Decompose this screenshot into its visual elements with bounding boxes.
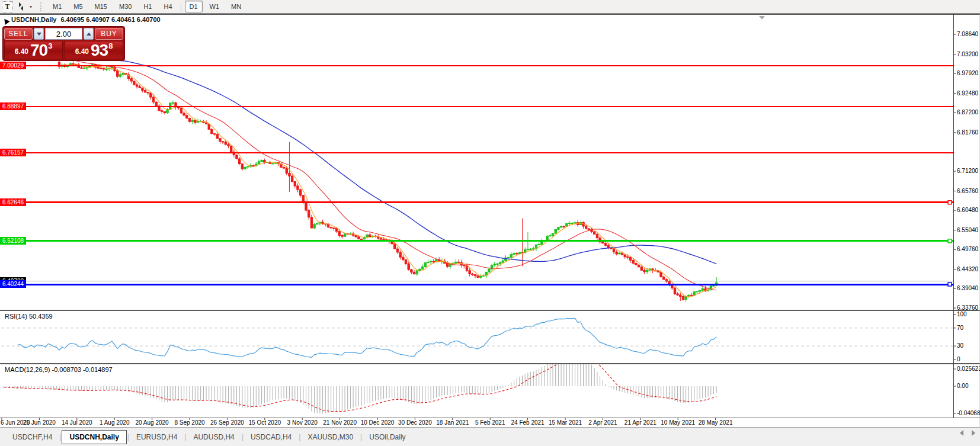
tab-scroll-left-icon[interactable] [960, 430, 963, 436]
candle-body [239, 159, 241, 163]
candle-body [225, 142, 226, 145]
sell-button[interactable]: SELL [4, 28, 33, 40]
candle-body [447, 264, 449, 267]
candle-body [457, 262, 459, 262]
candle-body [338, 232, 340, 236]
line-handle[interactable] [948, 283, 952, 286]
candle-body [546, 236, 548, 240]
candle-body [713, 285, 715, 286]
chart-ohlc-values: 6.40695 6.40907 6.40461 6.40700 [60, 16, 160, 23]
candle-body [469, 271, 470, 274]
candle-body [549, 236, 551, 236]
candle-body [117, 70, 119, 76]
candle-body [358, 237, 360, 239]
candle-body [247, 166, 249, 167]
candle-body [527, 249, 529, 250]
candle-body [308, 210, 310, 217]
text-tool-button[interactable]: T [2, 1, 13, 12]
candle-body [629, 257, 631, 260]
timeframe-button-h4[interactable]: H4 [159, 1, 177, 12]
chart-tab-usdcad[interactable]: USDCAD,H4 [244, 431, 298, 444]
buy-price-point: 8 [108, 41, 113, 50]
chart-canvas[interactable] [0, 0, 980, 446]
chart-shift-marker[interactable] [759, 16, 765, 20]
candle-body [399, 252, 401, 257]
line-handle[interactable] [1, 239, 5, 243]
rsi-pane[interactable] [1, 318, 953, 357]
candle-body [602, 242, 604, 243]
price-pane[interactable] [58, 60, 718, 302]
candle-body [383, 239, 385, 240]
tab-scroll-right-icon[interactable] [972, 430, 975, 436]
timeframe-button-m15[interactable]: M15 [90, 1, 112, 12]
timeframe-button-m1[interactable]: M1 [48, 1, 66, 12]
candle-body [682, 297, 684, 300]
candle-body [396, 249, 398, 252]
candle-body [152, 97, 154, 102]
sell-price-button[interactable]: 6.40 70 3 [4, 41, 63, 59]
candle-body [188, 118, 190, 122]
candle-body [147, 92, 149, 93]
chart-tab-usdchf[interactable]: USDCHF,H4 [6, 431, 59, 444]
arrow-nw-icon [17, 2, 21, 7]
macd-pane[interactable] [4, 353, 716, 413]
timeframe-button-m30[interactable]: M30 [114, 1, 136, 12]
candle-body [244, 167, 246, 169]
candle-body [236, 155, 238, 159]
candle-body [585, 226, 587, 229]
candle-body [164, 111, 165, 113]
timeframe-button-mn[interactable]: MN [226, 1, 246, 12]
buy-price-button[interactable]: 6.40 93 8 [65, 41, 123, 59]
candle-body [180, 108, 182, 113]
candle-body [291, 176, 293, 181]
candle-body [474, 275, 476, 276]
volume-input[interactable] [45, 28, 82, 40]
chart-tab-eurusd[interactable]: EURUSD,H4 [130, 431, 184, 444]
candle-body [588, 229, 590, 229]
candle-body [510, 255, 512, 258]
candle-body [294, 181, 296, 185]
line-handle[interactable] [948, 239, 952, 243]
ma-fast-line [65, 65, 716, 297]
candle-body [150, 93, 152, 97]
toolbar-grip[interactable] [40, 2, 43, 11]
candle-body [172, 102, 174, 103]
candle-body [494, 264, 495, 265]
candle-body [568, 223, 570, 224]
candle-body [111, 67, 113, 68]
candle-body [155, 102, 157, 105]
timeframe-button-w1[interactable]: W1 [205, 1, 225, 12]
chart-tab-usoil[interactable]: USOil,Daily [363, 431, 412, 444]
ma-slow-line [115, 60, 717, 264]
candle-body [507, 258, 509, 258]
candle-body [313, 224, 315, 228]
candle-body [213, 134, 215, 134]
candle-body [261, 161, 262, 162]
candle-body [674, 288, 675, 294]
line-handle[interactable] [1, 201, 5, 204]
candle-body [690, 295, 692, 296]
arrow-objects-icon[interactable] [15, 2, 28, 12]
candle-body [480, 276, 482, 277]
timeframe-button-m5[interactable]: M5 [69, 1, 87, 12]
chart-symbol-label: USDCNH,Daily [11, 16, 56, 23]
chevron-down-icon[interactable]: ▾ [30, 4, 36, 9]
line-handle[interactable] [948, 201, 952, 204]
chart-tab-usdcnh[interactable]: USDCNH,Daily [62, 430, 126, 444]
line-handle[interactable] [1, 283, 5, 286]
tab-scroll-buttons [960, 430, 975, 436]
candle-body [408, 264, 409, 269]
candle-body [72, 63, 74, 64]
candle-body [86, 68, 88, 68]
candle-body [466, 266, 467, 271]
timeframe-button-d1[interactable]: D1 [185, 1, 203, 12]
candle-body [433, 262, 434, 262]
timeframe-button-h1[interactable]: H1 [139, 1, 156, 12]
candle-body [341, 235, 343, 236]
chart-tab-audusd[interactable]: AUDUSD,H4 [187, 431, 241, 444]
candle-body [607, 245, 609, 248]
volume-increase-button[interactable] [84, 28, 94, 40]
volume-decrease-button[interactable] [34, 28, 44, 40]
chart-tab-xauusd[interactable]: XAUUSD,M30 [301, 431, 360, 444]
buy-button[interactable]: BUY [95, 28, 123, 40]
